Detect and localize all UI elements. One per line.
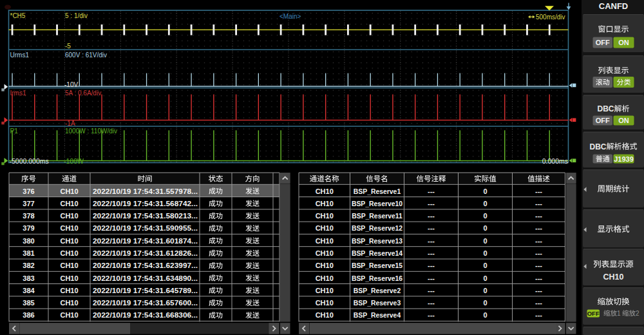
svg-text:BSP_Reserve11: BSP_Reserve11	[352, 213, 402, 220]
svg-text:0: 0	[483, 187, 487, 195]
svg-text:384: 384	[23, 287, 35, 294]
svg-text:-1A: -1A	[65, 120, 75, 127]
svg-text:379: 379	[23, 224, 34, 232]
svg-text:-5: -5	[65, 43, 71, 50]
svg-text:CH10: CH10	[60, 237, 78, 245]
svg-text:---: ---	[428, 212, 435, 220]
svg-text:380: 380	[23, 237, 34, 245]
svg-text:BSP_Reserve3: BSP_Reserve3	[354, 300, 401, 307]
svg-text:383: 383	[23, 274, 34, 282]
svg-text:CH10: CH10	[316, 287, 334, 294]
svg-text:0: 0	[483, 262, 487, 269]
svg-text:0: 0	[483, 249, 487, 257]
svg-text:---: ---	[535, 274, 542, 282]
svg-text:-5000.000ms: -5000.000ms	[10, 157, 49, 165]
svg-text:2022/10/19 17:54:31.668306...: 2022/10/19 17:54:31.668306...	[93, 311, 198, 319]
svg-text:382: 382	[23, 262, 34, 269]
svg-text:CH10: CH10	[316, 249, 334, 257]
svg-text:-100W: -100W	[64, 157, 84, 165]
svg-text:CH10: CH10	[316, 212, 334, 220]
svg-text:378: 378	[23, 212, 34, 220]
svg-text:CH10: CH10	[60, 299, 78, 307]
svg-text:*CH5: *CH5	[10, 12, 26, 19]
svg-text:0: 0	[483, 299, 487, 307]
svg-text:0: 0	[483, 237, 487, 245]
svg-text:BSP_Reserve14: BSP_Reserve14	[352, 250, 402, 257]
svg-text:-10V: -10V	[64, 81, 78, 88]
svg-text:Urms1: Urms1	[10, 52, 30, 59]
svg-text:1000W : 110W/div: 1000W : 110W/div	[65, 128, 117, 135]
svg-text:2022/10/19 17:54:31.590955...: 2022/10/19 17:54:31.590955...	[93, 224, 198, 232]
svg-text:0.000ms: 0.000ms	[542, 157, 568, 165]
svg-text:---: ---	[428, 249, 435, 257]
svg-text:CH10: CH10	[316, 262, 334, 269]
svg-text:---: ---	[535, 287, 542, 294]
svg-text:0: 0	[483, 274, 487, 282]
svg-text:CH10: CH10	[603, 273, 624, 282]
svg-text:2022/10/19 17:54:31.580213...: 2022/10/19 17:54:31.580213...	[93, 212, 198, 220]
svg-text:CH10: CH10	[316, 311, 334, 319]
svg-text:CH10: CH10	[316, 200, 334, 207]
svg-text:CH10: CH10	[316, 224, 334, 232]
svg-text:---: ---	[428, 237, 435, 245]
svg-text:BSP_Reserve1: BSP_Reserve1	[354, 188, 401, 195]
svg-text:BSP_Reserve10: BSP_Reserve10	[352, 200, 402, 207]
svg-text:DBC: DBC	[590, 142, 607, 151]
svg-text:OFF: OFF	[596, 39, 610, 46]
svg-text:BSP_Reserve12: BSP_Reserve12	[352, 225, 402, 232]
svg-text:500ms/div: 500ms/div	[536, 14, 565, 21]
svg-text:2022/10/19 17:54:31.568742...: 2022/10/19 17:54:31.568742...	[93, 200, 198, 207]
svg-text:2022/10/19 17:54:31.623997...: 2022/10/19 17:54:31.623997...	[93, 262, 198, 269]
svg-text:---: ---	[535, 311, 542, 319]
svg-text:2022/10/19 17:54:31.601874...: 2022/10/19 17:54:31.601874...	[93, 237, 198, 245]
svg-text:376: 376	[23, 187, 34, 195]
svg-text:---: ---	[428, 200, 435, 207]
svg-text:BSP_Reserve4: BSP_Reserve4	[354, 312, 401, 319]
svg-text:600V : 61V/div: 600V : 61V/div	[65, 52, 107, 59]
svg-text:377: 377	[23, 200, 34, 207]
svg-text:0: 0	[483, 200, 487, 207]
svg-text:385: 385	[23, 299, 34, 307]
svg-text:Irms1: Irms1	[10, 90, 26, 97]
svg-text:---: ---	[535, 224, 542, 232]
svg-text:5A : 0.6A/div: 5A : 0.6A/div	[65, 90, 101, 97]
svg-text:386: 386	[23, 311, 34, 319]
svg-text:---: ---	[428, 262, 435, 269]
svg-text:CH10: CH10	[60, 274, 78, 282]
svg-text:---: ---	[535, 187, 542, 195]
svg-text:CH10: CH10	[316, 299, 334, 307]
svg-text:---: ---	[535, 200, 542, 207]
svg-text:2022/10/19 17:54:31.657600...: 2022/10/19 17:54:31.657600...	[93, 299, 198, 307]
svg-text:5 : 1/div: 5 : 1/div	[65, 12, 88, 19]
svg-text:P1: P1	[10, 128, 19, 135]
svg-text:<Main>: <Main>	[279, 13, 301, 20]
svg-text:---: ---	[428, 311, 435, 319]
svg-text:---: ---	[535, 237, 542, 245]
svg-text:2022/10/19 17:54:31.557978...: 2022/10/19 17:54:31.557978...	[93, 187, 198, 195]
svg-text:---: ---	[535, 212, 542, 220]
svg-text:CH10: CH10	[60, 249, 78, 257]
svg-text:CANFD: CANFD	[599, 1, 629, 11]
svg-text:0: 0	[483, 287, 487, 294]
svg-text:OFF: OFF	[587, 310, 600, 317]
svg-text:---: ---	[428, 299, 435, 307]
svg-text:0: 0	[483, 224, 487, 232]
svg-text:CH10: CH10	[60, 311, 78, 319]
svg-text:OFF: OFF	[596, 117, 610, 124]
svg-text:2022/10/19 17:54:31.634890...: 2022/10/19 17:54:31.634890...	[93, 274, 198, 282]
svg-text:ON: ON	[618, 117, 629, 124]
svg-text:CH10: CH10	[60, 224, 78, 232]
svg-text:BSP_Reserve15: BSP_Reserve15	[352, 262, 402, 269]
svg-text:---: ---	[535, 249, 542, 257]
svg-text:BSP_Reserve2: BSP_Reserve2	[354, 287, 401, 294]
svg-text:J1939: J1939	[614, 155, 634, 163]
svg-text:0: 0	[483, 311, 487, 319]
svg-text:---: ---	[428, 187, 435, 195]
svg-text:381: 381	[23, 249, 34, 257]
svg-text:BSP_Reserve13: BSP_Reserve13	[352, 238, 402, 245]
svg-text:CH10: CH10	[60, 287, 78, 294]
svg-text:2022/10/19 17:54:31.645789...: 2022/10/19 17:54:31.645789...	[93, 287, 198, 294]
svg-text:CH10: CH10	[316, 187, 334, 195]
svg-text:CH10: CH10	[316, 237, 334, 245]
svg-text:CH10: CH10	[60, 212, 78, 220]
